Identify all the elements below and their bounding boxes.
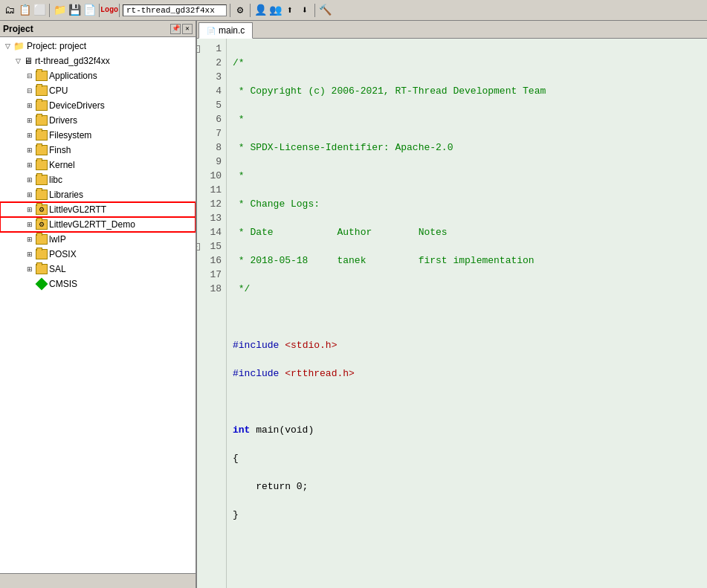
toolbar-icon-build[interactable]: 🔨 bbox=[318, 4, 332, 17]
tree-item-filesystem[interactable]: ⊞ Filesystem bbox=[0, 128, 196, 143]
tree-item-cpu[interactable]: ⊟ CPU bbox=[0, 83, 196, 98]
panel-pin-btn[interactable]: 📌 bbox=[170, 24, 181, 34]
panel-close-btn[interactable]: ✕ bbox=[182, 24, 193, 34]
expand-cpu: ⊟ bbox=[24, 85, 36, 97]
main-layout: Project 📌 ✕ ▽ 📁 Project: project ▽ 🖥 rt-… bbox=[0, 21, 707, 588]
line-num-5: 5 bbox=[201, 98, 222, 112]
tree-item-littlevgl2rtt-demo[interactable]: ⊞ ⚙ LittlevGL2RTT_Demo bbox=[0, 217, 196, 232]
folder-icon-sal bbox=[36, 264, 48, 274]
code-line-14: int main(void) bbox=[233, 423, 701, 437]
expand-lwip: ⊞ bbox=[24, 233, 36, 245]
code-line-2: * Copyright (c) 2006-2021, RT-Thread Dev… bbox=[233, 84, 701, 98]
toolbar: 🗂 📋 ⬜ 📁 💾 📄 Logo rt-thread_gd32f4xx ⚙ 👤 … bbox=[0, 0, 707, 21]
tree-item-drivers[interactable]: ⊞ Drivers bbox=[0, 113, 196, 128]
line-num-4: 4 bbox=[201, 84, 222, 98]
gear-folder-littlevgl2rtt-demo: ⚙ bbox=[36, 219, 48, 230]
tree-item-cmsis[interactable]: CMSIS bbox=[0, 277, 196, 291]
folder-icon-devicedrivers bbox=[36, 100, 48, 111]
tree-item-applications[interactable]: ⊟ Applications bbox=[0, 68, 196, 83]
toolbar-icon-person2[interactable]: 👥 bbox=[268, 4, 282, 17]
line-num-12: ✕ 12 bbox=[201, 197, 222, 211]
panel-controls: 📌 ✕ bbox=[170, 24, 193, 34]
tree-item-libraries[interactable]: ⊞ Libraries bbox=[0, 187, 196, 202]
line-num-11: 11 bbox=[201, 183, 222, 197]
toolbar-icon-3[interactable]: ⬜ bbox=[33, 4, 46, 17]
tab-main-c[interactable]: 📄 main.c bbox=[198, 22, 253, 39]
expand-filesystem: ⊞ bbox=[24, 129, 36, 141]
code-line-18 bbox=[233, 536, 701, 550]
tab-label: main.c bbox=[219, 25, 245, 36]
code-line-4: * SPDX-License-Identifier: Apache-2.0 bbox=[233, 140, 701, 155]
toolbar-sep-2 bbox=[99, 4, 100, 17]
toolbar-icon-arrow-down[interactable]: ⬇ bbox=[298, 4, 311, 17]
line-num-1: − 1 bbox=[201, 42, 222, 56]
tree-item-littlevgl2rtt[interactable]: ⊞ ⚙ LittlevGL2RTT bbox=[0, 202, 196, 217]
toolbar-icon-person[interactable]: 👤 bbox=[254, 4, 267, 17]
code-line-10 bbox=[233, 310, 701, 324]
gear-folder-littlevgl2rtt: ⚙ bbox=[36, 204, 48, 215]
toolbar-sep-4 bbox=[230, 4, 230, 17]
toolbar-icon-2[interactable]: 📋 bbox=[18, 4, 31, 17]
toolbar-icon-settings[interactable]: ⚙ bbox=[233, 4, 247, 17]
tree-item-sal[interactable]: ⊞ SAL bbox=[0, 262, 196, 277]
toolbar-sep-1 bbox=[49, 4, 50, 17]
line-num-6: 6 bbox=[201, 112, 222, 126]
folder-icon-drivers bbox=[36, 115, 48, 126]
line-num-9: 9 bbox=[201, 155, 222, 169]
code-content[interactable]: /* * Copyright (c) 2006-2021, RT-Thread … bbox=[227, 39, 707, 588]
tree-item-lwip[interactable]: ⊞ lwIP bbox=[0, 232, 196, 247]
left-panel: Project 📌 ✕ ▽ 📁 Project: project ▽ 🖥 rt-… bbox=[0, 21, 197, 588]
toolbar-icon-1[interactable]: 🗂 bbox=[3, 4, 16, 17]
expand-applications: ⊟ bbox=[24, 70, 36, 82]
collapse-btn-15[interactable]: − bbox=[197, 243, 200, 251]
tree-item-posix[interactable]: ⊞ POSIX bbox=[0, 247, 196, 262]
label-libc: libc bbox=[49, 173, 62, 187]
board-label: rt-thread_gd32f4xx bbox=[35, 54, 110, 68]
expand-posix: ⊞ bbox=[24, 248, 36, 260]
left-panel-status bbox=[0, 573, 196, 588]
code-line-9: */ bbox=[233, 282, 701, 296]
panel-header: Project 📌 ✕ bbox=[0, 21, 196, 37]
label-finsh: Finsh bbox=[49, 143, 71, 157]
tree-item-devicedrivers[interactable]: ⊞ DeviceDrivers bbox=[0, 98, 196, 113]
tree-board[interactable]: ▽ 🖥 rt-thread_gd32f4xx bbox=[0, 54, 196, 68]
expand-finsh: ⊞ bbox=[24, 144, 36, 156]
folder-icon-finsh bbox=[36, 145, 48, 155]
code-line-11: #include <stdio.h> bbox=[233, 338, 701, 352]
line-num-7: 7 bbox=[201, 126, 222, 140]
root-expand-icon: ▽ bbox=[1, 40, 13, 52]
toolbar-sep-3 bbox=[119, 4, 120, 17]
expand-sal: ⊞ bbox=[24, 263, 36, 275]
label-cpu: CPU bbox=[49, 84, 68, 97]
code-editor: − 1 2 3 4 5 6 7 8 9 10 11 ✕ 12 13 14 bbox=[197, 39, 707, 588]
label-applications: Applications bbox=[49, 69, 97, 83]
folder-icon-lwip bbox=[36, 234, 48, 245]
line-num-8: 8 bbox=[201, 140, 222, 155]
label-lwip: lwIP bbox=[49, 233, 66, 246]
folder-icon-libc bbox=[36, 175, 48, 185]
code-line-13 bbox=[233, 395, 701, 409]
folder-icon-filesystem bbox=[36, 130, 48, 140]
tree-root[interactable]: ▽ 📁 Project: project bbox=[0, 39, 196, 54]
code-line-15: { bbox=[233, 451, 701, 465]
label-posix: POSIX bbox=[49, 248, 77, 261]
tree-item-libc[interactable]: ⊞ libc bbox=[0, 172, 196, 187]
project-tree[interactable]: ▽ 📁 Project: project ▽ 🖥 rt-thread_gd32f… bbox=[0, 37, 196, 573]
board-expand-icon: ▽ bbox=[12, 55, 24, 67]
line-num-10: 10 bbox=[201, 169, 222, 183]
label-filesystem: Filesystem bbox=[49, 129, 91, 142]
line-numbers: − 1 2 3 4 5 6 7 8 9 10 11 ✕ 12 13 14 bbox=[197, 39, 227, 588]
toolbar-icon-arrow-up[interactable]: ⬆ bbox=[283, 4, 297, 17]
tree-item-kernel[interactable]: ⊞ Kernel bbox=[0, 158, 196, 172]
code-line-12: #include <rtthread.h> bbox=[233, 366, 701, 381]
label-cmsis: CMSIS bbox=[49, 277, 77, 291]
toolbar-icon-5[interactable]: 💾 bbox=[68, 4, 81, 17]
toolbar-icon-4[interactable]: 📁 bbox=[53, 4, 66, 17]
label-libraries: Libraries bbox=[49, 188, 83, 201]
tree-item-finsh[interactable]: ⊞ Finsh bbox=[0, 143, 196, 158]
collapse-btn-1[interactable]: − bbox=[197, 45, 200, 53]
toolbar-icon-6[interactable]: 📄 bbox=[83, 4, 96, 17]
folder-icon-kernel bbox=[36, 160, 48, 170]
toolbar-project-label[interactable]: rt-thread_gd32f4xx bbox=[123, 4, 227, 16]
expand-drivers: ⊞ bbox=[24, 114, 36, 126]
